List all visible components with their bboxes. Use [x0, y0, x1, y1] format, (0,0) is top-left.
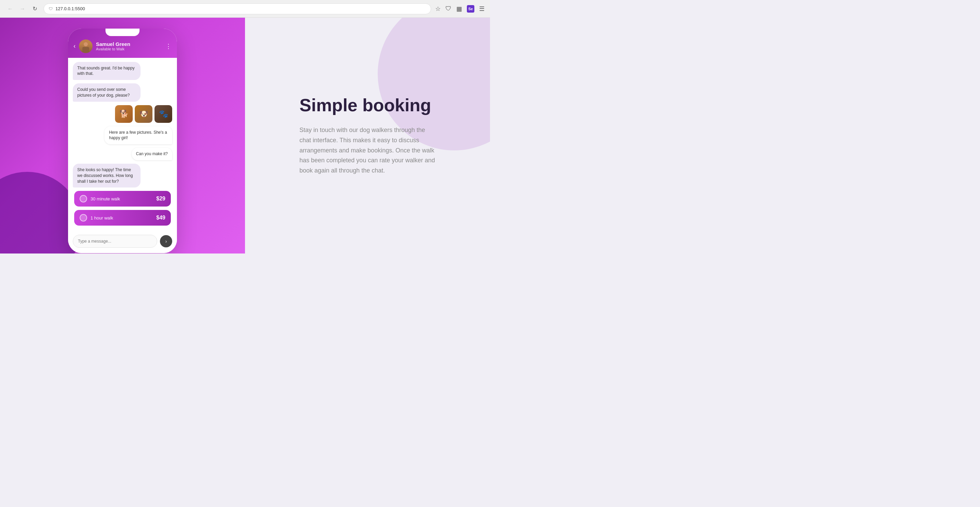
booking-option-30min[interactable]: 30 minute walk $29	[74, 191, 171, 207]
browser-chrome: ← → ↻ 🛡 127.0.0.1:5500 ☆ 🛡 ▦ Se ☰	[0, 0, 490, 18]
browser-nav-buttons: ← → ↻	[5, 4, 40, 14]
send-icon: ›	[165, 238, 167, 244]
avatar	[79, 40, 92, 53]
message-bubble-4: Can you make it?	[132, 148, 172, 160]
address-bar[interactable]: 🛡 127.0.0.1:5500	[43, 3, 431, 14]
message-bubble-5: She looks so happy! The time we discusse…	[73, 164, 140, 188]
pocket-icon[interactable]: 🛡	[445, 5, 452, 12]
booking-option-30min-left: 30 minute walk	[80, 195, 120, 202]
library-icon[interactable]: ▦	[456, 5, 462, 13]
phone-notch	[105, 29, 140, 36]
chat-message-input[interactable]	[73, 235, 157, 248]
booking-label-30min: 30 minute walk	[91, 196, 120, 202]
page-description: Stay in touch with our dog walkers throu…	[299, 125, 436, 176]
forward-button[interactable]: →	[18, 4, 27, 14]
dog-photo-1: 🐕	[115, 105, 133, 123]
message-bubble-2: Could you send over some pictures of you…	[73, 83, 140, 102]
back-button[interactable]: ←	[5, 4, 15, 14]
browser-right-icons: ☆ 🛡 ▦ Se ☰	[435, 5, 485, 13]
chat-contact-name: Samuel Green	[96, 41, 162, 47]
chat-body: That sounds great. I'd be happy with tha…	[68, 58, 177, 231]
dog-photo-3: 🐾	[154, 105, 172, 123]
page-content: ‹ Samuel Green Available to Walk ⋮	[0, 18, 490, 253]
booking-option-1hr[interactable]: 1 hour walk $49	[74, 210, 171, 226]
chat-header-info: Samuel Green Available to Walk	[96, 41, 162, 51]
booking-option-1hr-left: 1 hour walk	[80, 214, 113, 221]
booking-price-1hr: $49	[156, 215, 165, 221]
left-section: ‹ Samuel Green Available to Walk ⋮	[0, 18, 245, 253]
phone-mockup: ‹ Samuel Green Available to Walk ⋮	[68, 29, 177, 253]
message-bubble-1: That sounds great. I'd be happy with tha…	[73, 62, 140, 80]
chat-input-area: ›	[68, 231, 177, 253]
reload-button[interactable]: ↻	[30, 4, 40, 14]
chat-menu-button[interactable]: ⋮	[165, 43, 172, 50]
right-section: Simple booking Stay in touch with our do…	[245, 18, 490, 253]
chat-contact-status: Available to Walk	[96, 47, 162, 51]
chat-back-button[interactable]: ‹	[73, 43, 76, 50]
booking-radio-1hr[interactable]	[80, 214, 87, 221]
booking-label-1hr: 1 hour walk	[91, 215, 113, 221]
send-button[interactable]: ›	[160, 235, 172, 247]
page-title: Simple booking	[299, 95, 436, 116]
message-bubble-3: Here are a few pictures. She's a happy g…	[105, 126, 172, 145]
bookmark-icon[interactable]: ☆	[435, 5, 441, 13]
security-icon: 🛡	[49, 6, 53, 11]
account-icon[interactable]: Se	[467, 5, 474, 13]
url-text: 127.0.0.1:5500	[56, 6, 85, 11]
dog-photo-2: 🐶	[135, 105, 153, 123]
right-content: Simple booking Stay in touch with our do…	[286, 82, 449, 189]
dog-photos-row: 🐕 🐶 🐾	[115, 105, 172, 123]
booking-radio-30min[interactable]	[80, 195, 87, 202]
booking-price-30min: $29	[156, 195, 165, 202]
menu-icon[interactable]: ☰	[479, 5, 485, 13]
